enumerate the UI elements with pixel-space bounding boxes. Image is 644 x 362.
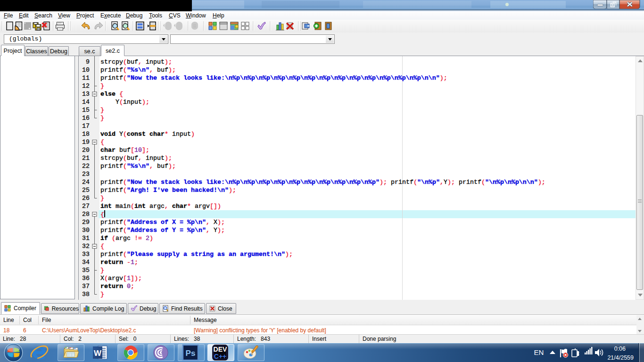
svg-text:C++: C++ (214, 353, 226, 360)
svg-text:EN: EN (534, 348, 544, 356)
svg-text:21/4/2559: 21/4/2559 (607, 354, 634, 361)
svg-text:W: W (94, 349, 102, 358)
svg-text:Ps: Ps (186, 349, 196, 358)
svg-text:0:06: 0:06 (614, 346, 626, 352)
svg-text:DEV: DEV (214, 346, 227, 353)
